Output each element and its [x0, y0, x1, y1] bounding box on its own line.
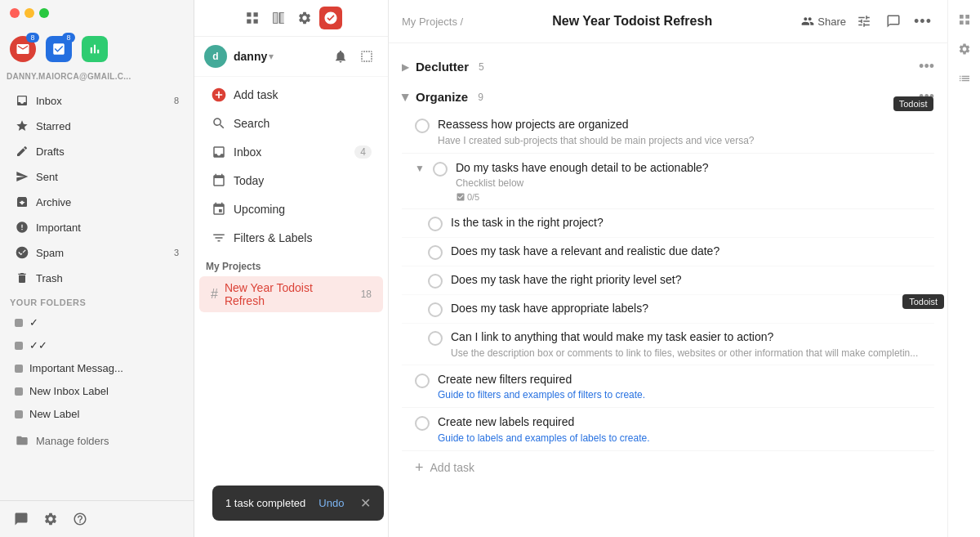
view-options-icon[interactable] — [853, 10, 875, 33]
task-reassess-checkbox[interactable] — [415, 119, 430, 133]
folder-new-inbox-label[interactable]: New Inbox Label — [5, 380, 189, 402]
task-labels-title: Create new labels required — [438, 414, 934, 431]
folder-dot — [15, 319, 23, 327]
task-actionable-body: Do my tasks have enough detail to be act… — [456, 160, 934, 203]
folder-check2[interactable]: ✓✓ — [5, 334, 189, 356]
todo-inbox-count: 4 — [354, 145, 372, 159]
mail-sidebar: 8 8 DANNY.MAIORCA@GMAIL.C... Inb — [0, 0, 194, 537]
help-icon[interactable] — [69, 508, 91, 530]
organize-toggle[interactable]: ▶ — [400, 93, 412, 101]
sent-icon — [15, 169, 29, 184]
task-actionable-collapse[interactable]: ▼ — [415, 163, 425, 174]
nav-drafts[interactable]: Drafts — [5, 139, 189, 163]
toast-close-button[interactable]: ✕ — [360, 495, 371, 511]
folder-new-label[interactable]: New Label — [5, 403, 189, 425]
project-name: New Year Todoist Refresh — [225, 281, 354, 307]
todo-nav-inbox[interactable]: Inbox 4 — [199, 138, 383, 166]
filter-icon — [211, 230, 227, 246]
subtask-due-date-checkbox[interactable] — [428, 245, 443, 260]
settings-icon[interactable] — [39, 508, 62, 530]
subtask-labels: Does my task have appropriate labels? — [402, 295, 934, 324]
subtask-priority-checkbox[interactable] — [428, 274, 443, 289]
app-icon-wrapper: 8 — [46, 36, 72, 62]
tasks-badge: 8 — [62, 33, 75, 43]
todo-nav-today[interactable]: Today — [199, 167, 383, 195]
nav-spam[interactable]: Spam 3 — [5, 240, 189, 265]
drafts-icon — [15, 144, 29, 159]
header-actions: Share ••• — [801, 10, 934, 33]
declutter-name: Declutter — [416, 60, 469, 74]
project-new-year[interactable]: # New Year Todoist Refresh 18 — [199, 276, 383, 312]
subtask-right-project-checkbox[interactable] — [428, 217, 443, 231]
folder-check2-label: ✓✓ — [29, 339, 47, 351]
nav-archive[interactable]: Archive — [5, 190, 189, 214]
folder-check1[interactable]: ✓ — [5, 311, 189, 333]
settings-cog-icon[interactable] — [293, 7, 316, 29]
todo-nav-search[interactable]: Search — [199, 110, 383, 137]
todo-inbox-label: Inbox — [234, 145, 261, 159]
nav-inbox[interactable]: Inbox 8 — [5, 88, 189, 113]
subtask-priority-title: Does my task have the right priority lev… — [451, 272, 681, 289]
organize-name: Organize — [416, 90, 468, 104]
task-filters-title: Create new filters required — [438, 372, 934, 388]
task-list: ▶ Declutter 5 ••• ▶ Organize 9 ••• Reass… — [389, 43, 947, 537]
grid-view-icon[interactable] — [241, 7, 264, 29]
filters-label: Filters & Labels — [234, 231, 312, 244]
upcoming-label: Upcoming — [234, 203, 285, 216]
sent-label: Sent — [36, 171, 58, 183]
task-filters-checkbox[interactable] — [415, 374, 430, 388]
folders-section-label: YOUR FOLDERS — [0, 291, 194, 311]
declutter-toggle[interactable]: ▶ — [402, 61, 409, 73]
subtask-link-checkbox[interactable] — [428, 331, 443, 346]
toast-undo-button[interactable]: Undo — [318, 497, 344, 509]
right-list-icon[interactable] — [951, 65, 978, 92]
manage-folders-icon — [15, 433, 29, 448]
subtask-labels-checkbox[interactable] — [428, 302, 443, 317]
right-settings-icon[interactable] — [951, 36, 978, 62]
maximize-button[interactable] — [39, 8, 49, 18]
split-view-icon[interactable] — [267, 7, 290, 29]
share-button[interactable]: Share — [801, 15, 846, 28]
nav-important[interactable]: Important — [5, 215, 189, 239]
add-task-row[interactable]: + Add task — [402, 451, 934, 485]
subtask-link-body: Can I link to anything that would make m… — [451, 329, 934, 359]
task-actionable-checkbox[interactable] — [433, 162, 448, 177]
layout-icon[interactable] — [355, 45, 378, 68]
checklist-badge: 0/5 — [456, 192, 479, 202]
minimize-button[interactable] — [24, 8, 34, 18]
section-declutter[interactable]: ▶ Declutter 5 ••• — [402, 50, 934, 80]
archive-icon — [15, 195, 29, 209]
nav-sent[interactable]: Sent — [5, 164, 189, 189]
close-button[interactable] — [10, 8, 20, 18]
labels-link[interactable]: Guide to labels and examples of labels t… — [438, 432, 650, 444]
todo-nav-add-task[interactable]: Add task — [199, 81, 383, 109]
nav-trash[interactable]: Trash — [5, 266, 189, 290]
declutter-count: 5 — [479, 61, 484, 73]
subtask-link: Can I link to anything that would make m… — [402, 324, 934, 365]
section-organize[interactable]: ▶ Organize 9 ••• — [402, 80, 934, 110]
todo-nav-upcoming[interactable]: Upcoming — [199, 195, 383, 223]
toast-notification: 1 task completed Undo ✕ — [212, 486, 384, 521]
bell-icon[interactable] — [329, 45, 352, 68]
declutter-more-icon[interactable]: ••• — [919, 58, 934, 75]
right-grid-icon[interactable] — [951, 7, 978, 33]
more-options-icon[interactable]: ••• — [911, 10, 934, 33]
folder-important-msg[interactable]: Important Messag... — [5, 357, 189, 379]
analytics-icon[interactable] — [82, 36, 108, 62]
comment-icon[interactable] — [882, 10, 905, 33]
todoist-app-icon[interactable] — [319, 7, 342, 29]
filters-link[interactable]: Guide to filters and examples of filters… — [438, 389, 645, 401]
subtask-due-date: Does my task have a relevant and realist… — [402, 238, 934, 266]
task-reassess-subtitle: Have I created sub-projects that should … — [438, 135, 934, 146]
search-label: Search — [234, 117, 270, 130]
mail-sidebar-bottom — [0, 500, 194, 537]
folder-new-label-label: New Label — [29, 408, 79, 420]
nav-starred[interactable]: Starred — [5, 114, 189, 138]
task-labels-checkbox[interactable] — [415, 416, 430, 431]
task-filters: Create new filters required Guide to fil… — [402, 365, 934, 409]
todo-nav-filters[interactable]: Filters & Labels — [199, 224, 383, 252]
subtask-labels-title: Does my task have appropriate labels? — [451, 301, 648, 317]
feedback-icon[interactable] — [10, 508, 33, 530]
manage-folders[interactable]: Manage folders — [5, 428, 189, 453]
task-filters-subtitle: Guide to filters and examples of filters… — [438, 389, 934, 401]
